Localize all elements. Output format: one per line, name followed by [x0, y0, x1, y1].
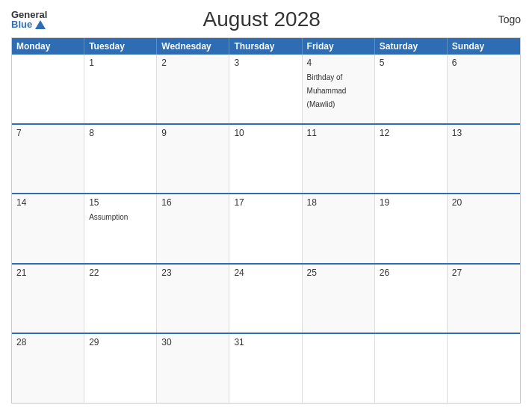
date-12: 12: [380, 128, 442, 138]
cell-w5-tue: 29: [84, 334, 157, 403]
date-26: 26: [380, 268, 442, 278]
date-29: 29: [89, 337, 152, 347]
event-assumption: Assumption: [89, 213, 128, 221]
header-thursday: Thursday: [229, 38, 302, 55]
cell-w3-wed: 16: [157, 194, 229, 263]
cell-w4-wed: 23: [157, 265, 229, 333]
cell-w4-sun: 27: [448, 265, 520, 333]
date-1: 1: [89, 58, 152, 68]
cell-w5-sat: [375, 334, 448, 403]
cell-w2-sun: 13: [448, 125, 520, 194]
cell-w3-mon: 14: [12, 194, 84, 263]
date-19: 19: [380, 197, 442, 208]
week-3: 14 15 Assumption 16 17 18 19: [12, 193, 520, 263]
header-wednesday: Wednesday: [157, 38, 229, 55]
date-8: 8: [89, 128, 152, 138]
cell-w1-thu: 3: [229, 55, 302, 123]
cell-w2-wed: 9: [157, 125, 229, 194]
week-4: 21 22 23 24 25 26 27: [12, 263, 520, 333]
calendar-body: 1 2 3 4 Birthday of Muhammad (Mawlid) 5 …: [12, 55, 520, 403]
cell-w1-sat: 5: [375, 55, 448, 123]
date-3: 3: [234, 58, 297, 68]
date-31: 31: [234, 337, 297, 347]
cell-w3-sun: 20: [448, 194, 520, 263]
date-7: 7: [16, 128, 79, 138]
logo-triangle-icon: [35, 20, 46, 29]
date-27: 27: [452, 268, 516, 278]
cell-w4-mon: 21: [12, 265, 84, 333]
date-11: 11: [307, 128, 370, 138]
date-17: 17: [234, 197, 297, 208]
date-13: 13: [452, 128, 516, 138]
cell-w5-wed: 30: [157, 334, 229, 403]
date-15: 15: [89, 197, 152, 208]
cell-w3-thu: 17: [229, 194, 302, 263]
header-friday: Friday: [303, 38, 375, 55]
date-4: 4: [307, 58, 370, 68]
cell-w5-fri: [303, 334, 375, 403]
date-20: 20: [452, 197, 516, 208]
cell-w5-mon: 28: [12, 334, 84, 403]
week-2: 7 8 9 10 11 12 13: [12, 123, 520, 194]
date-5: 5: [380, 58, 442, 68]
week-1: 1 2 3 4 Birthday of Muhammad (Mawlid) 5 …: [12, 55, 520, 123]
date-23: 23: [161, 268, 224, 278]
date-2: 2: [161, 58, 224, 68]
header-sunday: Sunday: [448, 38, 520, 55]
calendar-header: Monday Tuesday Wednesday Thursday Friday…: [12, 38, 520, 55]
week-5: 28 29 30 31: [12, 333, 520, 403]
cell-w3-sat: 19: [375, 194, 448, 263]
cell-w4-sat: 26: [375, 265, 448, 333]
date-25: 25: [307, 268, 370, 278]
cell-w1-sun: 6: [448, 55, 520, 123]
date-10: 10: [234, 128, 297, 138]
cell-w2-fri: 11: [303, 125, 375, 194]
date-16: 16: [161, 197, 224, 208]
header: General Blue August 2028 Togo: [11, 7, 521, 31]
cell-w3-tue: 15 Assumption: [84, 194, 157, 263]
date-22: 22: [89, 268, 152, 278]
date-18: 18: [307, 197, 370, 208]
date-28: 28: [16, 337, 79, 347]
event-mawlid: Birthday of Muhammad (Mawlid): [307, 73, 347, 108]
cell-w2-mon: 7: [12, 125, 84, 194]
cell-w1-tue: 1: [84, 55, 157, 123]
logo: General Blue: [11, 10, 47, 29]
cell-w2-thu: 10: [229, 125, 302, 194]
cell-w4-tue: 22: [84, 265, 157, 333]
header-tuesday: Tuesday: [84, 38, 157, 55]
cell-w4-thu: 24: [229, 265, 302, 333]
logo-blue-text: Blue: [11, 19, 46, 29]
date-30: 30: [161, 337, 224, 347]
date-9: 9: [161, 128, 224, 138]
cell-w5-thu: 31: [229, 334, 302, 403]
date-24: 24: [234, 268, 297, 278]
cell-w1-fri: 4 Birthday of Muhammad (Mawlid): [303, 55, 375, 123]
cell-w2-sat: 12: [375, 125, 448, 194]
date-6: 6: [452, 58, 516, 68]
date-14: 14: [16, 197, 79, 208]
header-saturday: Saturday: [375, 38, 448, 55]
page: General Blue August 2028 Togo Monday Tue…: [0, 0, 532, 411]
cell-w4-fri: 25: [303, 265, 375, 333]
date-21: 21: [16, 268, 79, 278]
header-monday: Monday: [12, 38, 84, 55]
cell-w5-sun: [448, 334, 520, 403]
cell-w2-tue: 8: [84, 125, 157, 194]
cell-w1-mon: [12, 55, 84, 123]
cell-w1-wed: 2: [157, 55, 229, 123]
calendar-title: August 2028: [47, 7, 476, 31]
calendar: Monday Tuesday Wednesday Thursday Friday…: [11, 37, 521, 404]
country-label: Togo: [476, 13, 521, 25]
cell-w3-fri: 18: [303, 194, 375, 263]
